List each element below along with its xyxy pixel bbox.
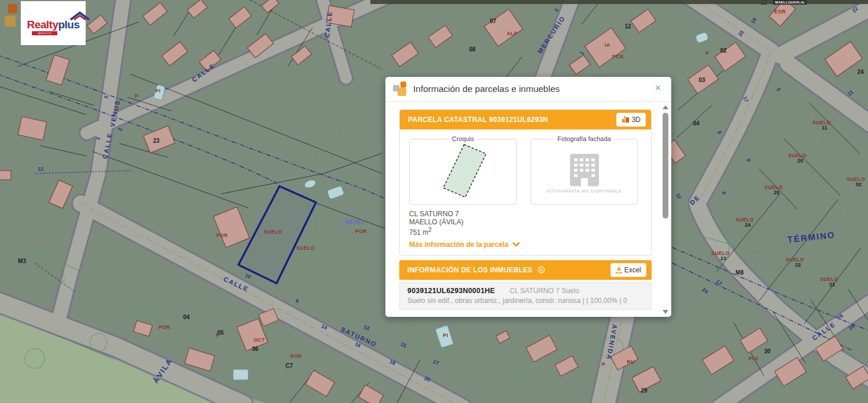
modal-title: Información de parcelas e inmuebles [413,84,560,94]
tool-icon-square-bottom [5,16,16,27]
logo-tagline: SERVICIOS INMOBILIARIOS [32,31,57,35]
parcel-panel-title: PARCELA CATASTRAL 9039121UL6293N [408,116,548,124]
parcel-address: CL SATURNO 7 MAELLO (ÁVILA) 751 m2 [409,210,642,236]
modal-body: PARCELA CATASTRAL 9039121UL6293N 3D Croq… [399,109,652,310]
address-line-1: CL SATURNO 7 [409,210,642,218]
download-icon [616,267,622,273]
inmuebles-panel-header: INFORMACIÓN DE LOS INMUEBLES Excel [399,260,652,280]
modal-header: Información de parcelas e inmuebles × [385,77,671,102]
scroll-up-arrow-icon[interactable] [663,105,668,109]
parcel-panel: PARCELA CATASTRAL 9039121UL6293N 3D Croq… [399,109,652,256]
croquis-legend: Croquis [448,135,477,142]
cubes-3d-icon [621,116,630,123]
modal-scrollbar[interactable] [662,103,670,316]
parcel-sketch [410,142,516,202]
inmueble-details: Suelo sin edif., obras urbaniz., jardine… [407,297,643,305]
building-icon [567,153,602,187]
sketch-row: Croquis Fotografía fachada [409,135,642,205]
inmuebles-panel: INFORMACIÓN DE LOS INMUEBLES Excel [399,260,652,310]
scroll-down-arrow-icon[interactable] [663,310,668,314]
municipality-tag: MAELLO(AVILA) [773,0,807,5]
logo-wordmark: Realtyplus [21,19,86,31]
selected-parcel-outline[interactable] [238,186,316,283]
info-circle-icon [538,266,545,273]
parcel-panel-header: PARCELA CATASTRAL 9039121UL6293N 3D [400,110,651,130]
scrollbar-thumb[interactable] [663,113,668,219]
excel-export-button[interactable]: Excel [610,263,646,277]
more-info-label: Más información de la parcela [409,241,508,249]
chevron-down-icon [513,242,520,247]
photo-placeholder: FOTOGRAFÍA NO DISPONIBLE [531,142,637,204]
tool-icon-square-top [8,4,17,13]
excel-label: Excel [624,266,641,274]
inmueble-ref: 9039121UL6293N0001HE [407,287,495,295]
parcel-tool-icon[interactable] [3,3,23,31]
inmueble-address: CL SATURNO 7 Suelo [510,287,579,295]
inmueble-row[interactable]: 9039121UL6293N0001HE CL SATURNO 7 Suelo … [399,282,652,310]
realtyplus-logo: Realtyplus SERVICIOS INMOBILIARIOS [21,1,86,45]
view-3d-button[interactable]: 3D [616,113,646,127]
view-3d-label: 3D [632,116,641,124]
photo-missing-label: FOTOGRAFÍA NO DISPONIBLE [547,188,622,194]
facade-photo-legend: Fotografía fachada [554,135,614,142]
facade-photo-box: Fotografía fachada FO [531,135,638,205]
inmuebles-panel-title: INFORMACIÓN DE LOS INMUEBLES [407,266,545,274]
address-line-2: MAELLO (ÁVILA) [409,218,642,226]
more-info-link[interactable]: Más información de la parcela [409,241,642,249]
parcel-area: 751 m2 [409,226,642,236]
parcels-icon [393,82,409,98]
inmueble-row-line1: 9039121UL6293N0001HE CL SATURNO 7 Suelo [407,287,643,295]
croquis-box: Croquis [409,135,517,205]
close-icon[interactable]: × [652,82,664,94]
parcel-info-modal: Información de parcelas e inmuebles × PA… [385,77,671,317]
